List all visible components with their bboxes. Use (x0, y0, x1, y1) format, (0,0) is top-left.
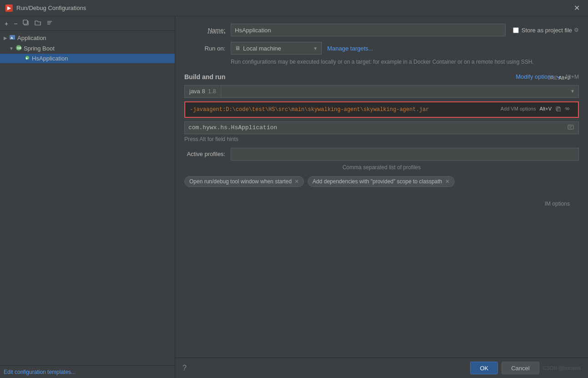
springboot-label: Spring Boot (24, 45, 55, 52)
run-on-label: Run on: (184, 45, 225, 52)
dialog-title: Run/Debug Configurations (16, 5, 571, 11)
tree-arrow-springboot: ▼ (9, 46, 14, 51)
hsapp-icon: ▶ (25, 55, 30, 62)
tree-item-springboot[interactable]: ▼ SB Spring Boot (0, 43, 175, 54)
manage-targets-link[interactable]: Manage targets... (327, 45, 373, 52)
svg-text:▶: ▶ (26, 57, 28, 60)
active-profiles-row: Active profiles: (184, 148, 579, 161)
tree-area: ▶ A Application ▼ SB (0, 31, 175, 365)
machine-icon: 🖥 (235, 45, 240, 51)
vm-options-field[interactable]: -javaagent:D:\code\test\HS\src\main\skyw… (184, 101, 579, 118)
java-field-row: java 8 1.8 ▼ (184, 85, 579, 98)
java-version-dropdown[interactable]: ▼ (221, 85, 579, 98)
run-on-hint: Run configurations may be executed local… (231, 58, 579, 66)
active-profiles-label: Active profiles: (184, 151, 225, 157)
modify-options-area: Modify options Alt+M (516, 73, 579, 80)
tree-arrow-application: ▶ (4, 35, 7, 40)
right-panel: Name: Store as project file ⚙ Run on: 🖥 … (175, 16, 588, 378)
java-version: 1.8 (208, 88, 216, 95)
application-icon: A (9, 34, 15, 42)
store-checkbox[interactable] (513, 27, 519, 33)
right-content: Name: Store as project file ⚙ Run on: 🖥 … (175, 16, 588, 358)
application-label: Application (17, 35, 46, 41)
svg-text:SB: SB (17, 46, 21, 50)
svg-rect-1 (23, 20, 27, 24)
svg-text:A: A (10, 36, 13, 40)
im-options-area: IM options (545, 201, 570, 207)
springboot-icon: SB (15, 45, 22, 52)
tag-open-label: Open run/debug tool window when started (189, 178, 292, 185)
tree-item-hsapplication[interactable]: ▶ HsApplication (0, 54, 175, 63)
ok-button[interactable]: OK (470, 362, 498, 374)
java-badge: java 8 1.8 (184, 85, 221, 98)
copy-config-button[interactable] (21, 19, 31, 28)
watermark: CSDN @bacawa (543, 365, 581, 371)
main-class-text: com.hywx.hs.HsApplication (188, 124, 567, 131)
sort-button[interactable] (45, 19, 55, 28)
profiles-input[interactable] (231, 148, 579, 161)
java-dropdown-arrow-icon: ▼ (570, 89, 575, 94)
chevron-down-icon (556, 74, 561, 80)
modify-options-link[interactable]: Modify options (516, 73, 554, 80)
store-label: Store as project file (522, 27, 572, 34)
close-button[interactable]: ✕ (571, 3, 583, 13)
store-checkbox-area: Store as project file ⚙ (513, 27, 579, 34)
left-footer: Edit configuration templates... (0, 365, 175, 378)
tag-open-run-debug: Open run/debug tool window when started … (184, 176, 304, 187)
vm-options-text: -javaagent:D:\code\test\HS\src\main\skyw… (190, 106, 429, 113)
svg-rect-13 (568, 125, 573, 129)
run-on-row: Run on: 🖥 Local machine ▼ Manage targets… (184, 42, 579, 55)
tag-deps-close-button[interactable]: ✕ (445, 178, 450, 185)
bottom-bar: ? OK Cancel CSDN @bacawa (175, 358, 588, 378)
tags-row: Open run/debug tool window when started … (184, 176, 579, 187)
main-content: + − (0, 16, 588, 378)
name-row: Name: Store as project file ⚙ (184, 24, 579, 36)
folder-button[interactable] (33, 19, 43, 28)
local-machine-text: Local machine (243, 45, 310, 52)
name-label: Name: (184, 27, 225, 34)
remove-config-button[interactable]: − (12, 19, 19, 28)
main-class-field[interactable]: com.hywx.hs.HsApplication (184, 121, 579, 134)
build-run-section: Build and run Modify options Alt+M JRE (184, 73, 579, 187)
tree-item-application[interactable]: ▶ A Application (0, 33, 175, 43)
toolbar: + − (0, 16, 175, 31)
help-icon[interactable]: ? (182, 364, 187, 372)
title-bar: ▶ Run/Debug Configurations ✕ (0, 0, 588, 16)
edit-templates-link[interactable]: Edit configuration templates... (4, 369, 76, 375)
run-on-dropdown[interactable]: 🖥 Local machine ▼ (231, 42, 322, 55)
browse-main-class-button[interactable] (567, 123, 575, 132)
section-header: Build and run Modify options Alt+M (184, 73, 579, 81)
section-title: Build and run (184, 73, 225, 81)
press-alt-hint: Press Alt for field hints (184, 136, 579, 142)
name-input[interactable] (231, 24, 506, 36)
cancel-button[interactable]: Cancel (502, 362, 539, 374)
modify-shortcut: Alt+M (565, 74, 579, 80)
tag-add-dependencies: Add dependencies with "provided" scope t… (308, 176, 455, 187)
java-label: java 8 (189, 88, 205, 95)
add-config-button[interactable]: + (3, 19, 10, 28)
hsapp-label: HsApplication (32, 55, 68, 62)
gear-icon[interactable]: ⚙ (574, 27, 579, 33)
im-options-label: IM options (545, 201, 570, 207)
run-debug-dialog: ▶ Run/Debug Configurations ✕ + − (0, 0, 588, 378)
tag-deps-label: Add dependencies with "provided" scope t… (313, 178, 442, 185)
comma-hint: Comma separated list of profiles (184, 164, 579, 171)
dropdown-arrow-icon: ▼ (313, 46, 318, 51)
left-panel: + − (0, 16, 175, 378)
app-icon: ▶ (5, 5, 13, 12)
tag-open-close-button[interactable]: ✕ (294, 178, 299, 185)
